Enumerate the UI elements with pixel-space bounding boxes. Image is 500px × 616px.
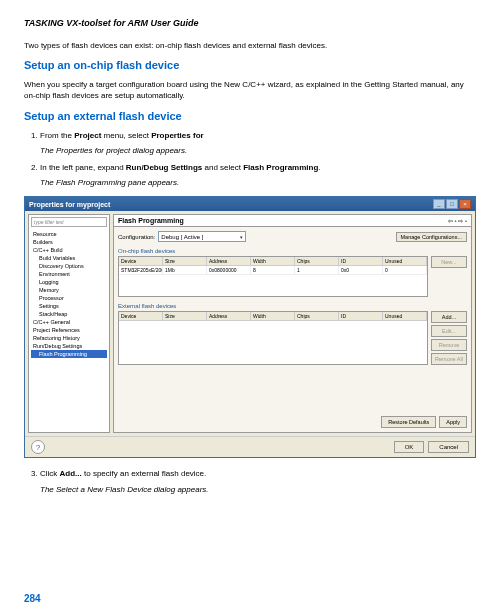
close-button[interactable]: ×: [459, 199, 471, 209]
text: Flash Programming: [243, 163, 318, 172]
text: Click: [40, 469, 60, 478]
intro-para: Two types of flash devices can exist: on…: [24, 40, 476, 51]
step-3: Click Add... to specify an external flas…: [40, 468, 476, 494]
text: Properties for: [151, 131, 203, 140]
tree-settings[interactable]: Settings: [31, 302, 107, 310]
maximize-button[interactable]: □: [446, 199, 458, 209]
nav-arrows[interactable]: ⇦ • ⇨ •: [448, 217, 467, 224]
step-1-note: The Properties for project dialog appear…: [40, 145, 476, 156]
col-id: ID: [339, 312, 383, 320]
tree-memory[interactable]: Memory: [31, 286, 107, 294]
window-buttons: _ □ ×: [433, 199, 471, 209]
tree-pane: type filter text Resource Builders C/C++…: [28, 214, 110, 433]
cancel-button[interactable]: Cancel: [428, 441, 469, 453]
cell: STM32F205xE/206E: [119, 266, 163, 274]
external-table: Device Size Address Width Chips ID Unuse…: [118, 311, 428, 365]
tree-ccgeneral[interactable]: C/C++ General: [31, 318, 107, 326]
cell: 0x08000000: [207, 266, 251, 274]
cell: 0x0: [339, 266, 383, 274]
tree-ccbuild[interactable]: C/C++ Build: [31, 246, 107, 254]
step-2-note: The Flash Programming pane appears.: [40, 177, 476, 188]
cell: 0: [383, 266, 427, 274]
dialog-footer: ? OK Cancel: [25, 436, 475, 457]
col-width: Width: [251, 312, 295, 320]
page-number: 284: [24, 593, 41, 604]
text: and select: [202, 163, 243, 172]
removeall-button[interactable]: Remove All: [431, 353, 467, 365]
properties-dialog: Properties for myproject _ □ × type filt…: [24, 196, 476, 458]
text: menu, select: [101, 131, 151, 140]
tree-logging[interactable]: Logging: [31, 278, 107, 286]
col-id: ID: [339, 257, 383, 265]
col-chips: Chips: [295, 312, 339, 320]
new-button[interactable]: New...: [431, 256, 467, 268]
config-row: Configuration: Debug [ Active ] ▾ Manage…: [118, 231, 467, 242]
ok-button[interactable]: OK: [394, 441, 425, 453]
tree-buildvars[interactable]: Build Variables: [31, 254, 107, 262]
text: In the left pane, expand: [40, 163, 126, 172]
table-row[interactable]: STM32F205xE/206E 1Mb 0x08000000 8 1 0x0 …: [119, 266, 427, 275]
text: .: [318, 163, 320, 172]
text: Project: [74, 131, 101, 140]
text: to specify an external flash device.: [82, 469, 207, 478]
help-icon[interactable]: ?: [31, 440, 45, 454]
col-device: Device: [119, 312, 163, 320]
col-width: Width: [251, 257, 295, 265]
heading-onchip: Setup an on-chip flash device: [24, 59, 476, 71]
cell: 1: [295, 266, 339, 274]
tree-resource[interactable]: Resource: [31, 230, 107, 238]
dialog-title: Properties for myproject: [29, 201, 110, 208]
chevron-down-icon: ▾: [240, 234, 243, 240]
config-label: Configuration:: [118, 234, 155, 240]
col-address: Address: [207, 312, 251, 320]
col-unused: Unused: [383, 257, 427, 265]
para-onchip: When you specify a target configuration …: [24, 79, 476, 101]
config-dropdown[interactable]: Debug [ Active ] ▾: [158, 231, 246, 242]
tree-refactoring[interactable]: Refactoring History: [31, 334, 107, 342]
step-1: From the Project menu, select Properties…: [40, 130, 476, 156]
col-device: Device: [119, 257, 163, 265]
restore-defaults-button[interactable]: Restore Defaults: [381, 416, 436, 428]
tree-projrefs[interactable]: Project References: [31, 326, 107, 334]
add-button[interactable]: Add...: [431, 311, 467, 323]
minimize-button[interactable]: _: [433, 199, 445, 209]
pane-content: Configuration: Debug [ Active ] ▾ Manage…: [113, 227, 472, 433]
text: Add...: [60, 469, 82, 478]
pane-header: Flash Programming ⇦ • ⇨ •: [113, 214, 472, 227]
manage-configs-button[interactable]: Manage Configurations...: [396, 232, 467, 242]
external-group-label: External flash devices: [118, 303, 467, 309]
tree-stack[interactable]: Stack/Heap: [31, 310, 107, 318]
col-size: Size: [163, 312, 207, 320]
edit-button[interactable]: Edit...: [431, 325, 467, 337]
col-unused: Unused: [383, 312, 427, 320]
tree-discovery[interactable]: Discovery Options: [31, 262, 107, 270]
cell: 8: [251, 266, 295, 274]
tree-rundebug[interactable]: Run/Debug Settings: [31, 342, 107, 350]
step-3-note: The Select a New Flash Device dialog app…: [40, 484, 476, 495]
col-size: Size: [163, 257, 207, 265]
heading-external: Setup an external flash device: [24, 110, 476, 122]
config-value: Debug [ Active ]: [161, 234, 203, 240]
right-pane: Flash Programming ⇦ • ⇨ • Configuration:…: [113, 214, 472, 433]
tree-builders[interactable]: Builders: [31, 238, 107, 246]
cell: 1Mb: [163, 266, 207, 274]
onchip-group-label: On-chip flash devices: [118, 248, 467, 254]
doc-header: TASKING VX-toolset for ARM User Guide: [24, 18, 476, 28]
pane-title: Flash Programming: [118, 217, 184, 224]
dialog-titlebar: Properties for myproject _ □ ×: [25, 197, 475, 211]
filter-input[interactable]: type filter text: [31, 217, 107, 227]
text: Run/Debug Settings: [126, 163, 202, 172]
apply-button[interactable]: Apply: [439, 416, 467, 428]
tree-environment[interactable]: Environment: [31, 270, 107, 278]
text: From the: [40, 131, 74, 140]
tree-processor[interactable]: Processor: [31, 294, 107, 302]
onchip-table: Device Size Address Width Chips ID Unuse…: [118, 256, 428, 297]
step-2: In the left pane, expand Run/Debug Setti…: [40, 162, 476, 188]
remove-button[interactable]: Remove: [431, 339, 467, 351]
tree-flashprog[interactable]: Flash Programming: [31, 350, 107, 358]
col-address: Address: [207, 257, 251, 265]
col-chips: Chips: [295, 257, 339, 265]
